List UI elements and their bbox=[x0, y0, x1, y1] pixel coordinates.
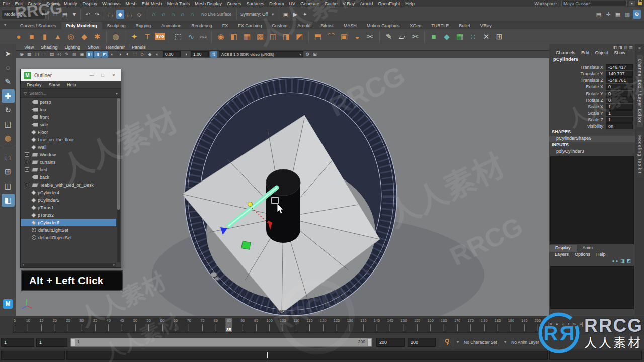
outliner-item-pcylinder6[interactable]: pCylinder6 bbox=[21, 219, 116, 226]
channel-value-field[interactable]: -149.761 bbox=[606, 77, 633, 83]
menu-create[interactable]: Create bbox=[25, 1, 44, 6]
select-component-icon[interactable]: ⬚ bbox=[126, 10, 134, 19]
2d-pan-icon[interactable]: ◎ bbox=[56, 51, 63, 58]
outliner-item-persp[interactable]: persp bbox=[21, 98, 116, 106]
shelf-tab-mash[interactable]: MASH bbox=[339, 22, 362, 29]
camera-attrs-icon[interactable]: ◫ bbox=[33, 51, 40, 58]
filter-icon[interactable]: ▽ bbox=[24, 91, 27, 96]
render-settings-icon[interactable]: ✦ bbox=[301, 10, 309, 19]
shelf-tab-turtle[interactable]: TURTLE bbox=[426, 22, 454, 29]
scrollbar-thumb[interactable] bbox=[117, 98, 120, 210]
outliner-menu-display[interactable]: Display bbox=[24, 82, 45, 87]
panel-menu-show[interactable]: Show bbox=[85, 45, 102, 50]
shape-node[interactable]: pCylinderShape6 bbox=[549, 136, 635, 142]
outliner-item-defaultlightset[interactable]: defaultLightSet bbox=[21, 226, 116, 234]
new-layer-selected-icon[interactable]: ◩ bbox=[626, 258, 631, 266]
shelf-menu-icon[interactable]: ▾ bbox=[4, 23, 10, 28]
panel-menu-lighting[interactable]: Lighting bbox=[61, 45, 84, 50]
input-node[interactable]: polyCylinder3 bbox=[549, 149, 635, 155]
panel-menu-panels[interactable]: Panels bbox=[129, 45, 149, 50]
snap-curve-icon[interactable]: ∩ bbox=[159, 10, 168, 19]
mash-grid-icon[interactable]: ▦ bbox=[454, 31, 465, 43]
sidebar-toggle-3-icon[interactable]: ▦ bbox=[614, 10, 622, 19]
poly-cone-icon[interactable]: ▲ bbox=[52, 31, 63, 43]
channelbox-menu-object[interactable]: Object bbox=[593, 50, 611, 55]
menu-generate[interactable]: Generate bbox=[298, 1, 322, 6]
bridge-icon[interactable]: ⌒ bbox=[326, 31, 337, 43]
close-icon[interactable]: ✕ bbox=[110, 73, 118, 78]
layer-tab-display[interactable]: Display bbox=[549, 245, 577, 252]
horizontal-scrollbar[interactable]: ◄► bbox=[22, 263, 116, 267]
subdiv-icon[interactable]: ▩ bbox=[255, 31, 266, 43]
outliner-item-wall[interactable]: Wall bbox=[21, 143, 116, 151]
textured-icon[interactable]: ◧ bbox=[86, 51, 93, 58]
outliner-item-curtains[interactable]: +curtains bbox=[21, 158, 116, 166]
outliner-item-back[interactable]: back bbox=[21, 173, 116, 181]
anim-layer-dropdown[interactable]: No Anim Layer bbox=[511, 340, 539, 345]
sidebar-toggle-4-icon[interactable]: ▥ bbox=[623, 10, 631, 19]
layer-move-down-icon[interactable]: ▸ bbox=[616, 258, 618, 266]
command-line-input[interactable] bbox=[66, 351, 548, 360]
poly-cylinder-icon[interactable]: ▮ bbox=[39, 31, 50, 43]
outliner-item-top[interactable]: top bbox=[21, 106, 116, 113]
search-input[interactable]: Search... bbox=[29, 90, 113, 96]
exposure-icon[interactable]: ◐ bbox=[154, 51, 161, 58]
sidebar-toggle-5-icon[interactable]: ⚙ bbox=[633, 10, 641, 19]
mash-diamond-icon[interactable]: ◆ bbox=[441, 31, 452, 43]
channel-value-field[interactable]: 1 bbox=[606, 104, 633, 110]
outliner-item-ptorus1[interactable]: pTorus1 bbox=[21, 204, 116, 211]
layout-outliner-persp[interactable]: ◧ bbox=[2, 194, 15, 207]
menu-display[interactable]: Display bbox=[80, 1, 100, 6]
time-slider[interactable]: 5101520253035404550556065707580859095100… bbox=[0, 316, 644, 335]
outliner-item-window[interactable]: +Window bbox=[21, 151, 116, 158]
range-start-handle[interactable] bbox=[71, 338, 75, 346]
joint-tool-icon[interactable]: ⬚ bbox=[173, 31, 184, 43]
shelf-tab-rigging[interactable]: Rigging bbox=[131, 22, 156, 29]
poly-disc-icon[interactable]: ✱ bbox=[92, 31, 103, 43]
shaded-icon[interactable]: ▣ bbox=[78, 51, 86, 58]
panel-menu-renderer[interactable]: Renderer bbox=[103, 45, 128, 50]
crease-icon[interactable]: ◫ bbox=[268, 31, 279, 43]
rotate-tool[interactable]: ↻ bbox=[2, 104, 15, 117]
chevron-down-icon[interactable]: ▾ bbox=[504, 340, 506, 344]
select-tool[interactable]: ➤ bbox=[2, 47, 15, 60]
menu-uv[interactable]: UV bbox=[287, 1, 298, 6]
paint-select-tool[interactable]: ✎ bbox=[2, 75, 15, 88]
outliner-item-bed[interactable]: +bed bbox=[21, 166, 116, 173]
separate-icon[interactable]: ◧ bbox=[228, 31, 239, 43]
raise-panel-icon[interactable]: ≡ bbox=[638, 46, 641, 51]
channelbox-menu-edit[interactable]: Edit bbox=[579, 50, 592, 55]
new-scene-icon[interactable]: □ bbox=[51, 10, 59, 19]
step-forward-icon[interactable]: › bbox=[568, 321, 569, 327]
speed-med-icon[interactable]: ◨ bbox=[618, 45, 622, 50]
menu-mesh-display[interactable]: Mesh Display bbox=[192, 1, 224, 6]
svg-tool-icon[interactable]: SVG bbox=[155, 33, 165, 40]
lattice-icon[interactable]: ⊞ bbox=[494, 31, 505, 43]
chevron-down-icon[interactable]: ▾ bbox=[457, 340, 459, 344]
open-scene-icon[interactable]: ▤ bbox=[61, 10, 69, 19]
outliner-item-defaultobjectset[interactable]: defaultObjectSet bbox=[21, 234, 116, 241]
menu-modify[interactable]: Modify bbox=[61, 1, 80, 6]
menu-openflight[interactable]: OpenFlight bbox=[375, 1, 403, 6]
scroll-right-icon[interactable]: ► bbox=[113, 263, 116, 267]
colorspace-icon[interactable]: ⇅ bbox=[210, 51, 217, 58]
poly-sphere-icon[interactable]: ● bbox=[13, 31, 24, 43]
layout-two-pane[interactable]: ◫ bbox=[2, 179, 15, 193]
expand-icon[interactable]: + bbox=[25, 167, 29, 172]
sidebar-toggle-2-icon[interactable]: ✛ bbox=[604, 10, 612, 19]
shelf-tab-curves-surfaces[interactable]: Curves / Surfaces bbox=[15, 22, 61, 29]
go-to-start-icon[interactable]: |« bbox=[548, 321, 552, 327]
layer-menu-options[interactable]: Options bbox=[572, 252, 593, 258]
select-camera-icon[interactable]: ◉ bbox=[18, 51, 25, 58]
shelf-tab-poly-modeling[interactable]: Poly Modeling bbox=[61, 22, 102, 29]
ipr-render-icon[interactable]: ▶ bbox=[291, 10, 299, 19]
ep-curve-icon[interactable]: ∿ bbox=[186, 31, 197, 43]
pencil-icon[interactable]: ✎ bbox=[383, 31, 394, 43]
bookmark-icon[interactable]: ⬚ bbox=[41, 51, 48, 58]
image-plane-icon[interactable]: ▤ bbox=[48, 51, 55, 58]
menu-mesh[interactable]: Mesh bbox=[123, 1, 139, 6]
gamma-field[interactable]: 1.00 bbox=[191, 51, 209, 57]
shelf-tab-fx-caching[interactable]: FX Caching bbox=[233, 22, 267, 29]
menu-v-ray[interactable]: V-Ray bbox=[340, 1, 358, 6]
workspace-lock-icon[interactable] bbox=[638, 2, 642, 5]
